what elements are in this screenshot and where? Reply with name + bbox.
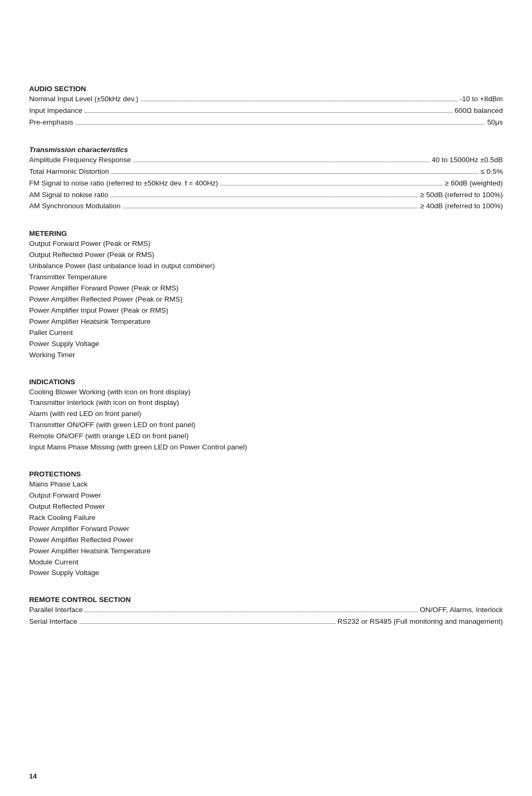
spec-dots xyxy=(111,173,478,174)
spec-label: Serial Interface xyxy=(29,616,77,627)
list-item: Mains Phase Lack xyxy=(29,479,503,490)
spec-am-sync-mod: AM Synchronous Modulation ≥ 40dB (referr… xyxy=(29,201,503,212)
list-item: Working Timer xyxy=(29,350,503,361)
spec-label: AM Synchronous Modulation xyxy=(29,201,121,212)
spec-value: -10 to +8dBm xyxy=(460,94,503,105)
list-item: Module Current xyxy=(29,557,503,568)
spec-label: Pre-emphasis xyxy=(29,117,73,128)
list-item: Alarm (with red LED on front panel) xyxy=(29,409,503,420)
spec-label: Input Impedance xyxy=(29,105,83,117)
metering-section-title: METERING xyxy=(29,229,503,237)
spec-input-impedance: Input Impedance 600Ω balanced xyxy=(29,105,503,117)
list-item: Power Amplifier Heatsink Temperature xyxy=(29,546,503,557)
list-item: Power Amplifier Forward Power (Peak or R… xyxy=(29,283,503,294)
spec-dots xyxy=(75,124,485,125)
spec-dots xyxy=(123,208,418,208)
list-item: Transmitter Temperature xyxy=(29,272,503,283)
page-number: 14 xyxy=(29,772,37,780)
list-item: Output Reflected Power xyxy=(29,501,503,512)
spec-value: ≥ 40dB (referred to 100%) xyxy=(420,201,503,212)
spec-dots xyxy=(85,112,453,113)
spec-dots xyxy=(85,612,418,612)
list-item: Cooling Blower Working (with icon on fro… xyxy=(29,387,503,398)
spec-label: Nominal Input Level (±50kHz dev.) xyxy=(29,94,138,105)
list-item: Power Amplifier Heatsink Temperature xyxy=(29,316,503,328)
spec-dots xyxy=(220,185,442,185)
list-item: Transmitter ON/OFF (with green LED on fr… xyxy=(29,420,503,431)
spec-value: 40 to 15000Hz ±0.5dB xyxy=(432,155,503,166)
spec-value: ≥ 60dB (weighted) xyxy=(445,178,503,189)
list-item: Power Supply Voltage xyxy=(29,339,503,350)
spec-dots xyxy=(79,623,335,624)
spec-thd: Total Harmonic Distortion ≤ 0.5% xyxy=(29,166,503,178)
list-item: Power Amplifier Input Power (Peak or RMS… xyxy=(29,305,503,316)
spec-am-snr: AM Signal to nokise ratio ≥ 50dB (referr… xyxy=(29,190,503,201)
spec-serial-interface: Serial Interface RS232 or RS485 (Full mo… xyxy=(29,616,503,627)
spec-label: Total Harmonic Distortion xyxy=(29,166,109,178)
spec-value: 50μs xyxy=(487,117,503,128)
spec-value: RS232 or RS485 (Full monitoring and mana… xyxy=(338,616,503,627)
list-item: Power Amplifier Reflected Power (Peak or… xyxy=(29,294,503,305)
list-item: Output Forward Power xyxy=(29,490,503,501)
spec-dots xyxy=(133,162,430,162)
spec-value: ≤ 0.5% xyxy=(481,166,503,178)
spec-value: ≥ 50dB (referred to 100%) xyxy=(420,190,503,201)
spec-value: 600Ω balanced xyxy=(455,105,503,117)
list-item: Transmitter Interlock (with icon on fron… xyxy=(29,397,503,409)
transmission-section-title: Transmission characteristics xyxy=(29,146,503,154)
spec-label: AM Signal to nokise ratio xyxy=(29,190,108,201)
list-item: Input Mains Phase Missing (with green LE… xyxy=(29,442,503,453)
list-item: Power Amplifier Forward Power xyxy=(29,524,503,535)
list-item: Output Reflected Power (Peak or RMS) xyxy=(29,250,503,261)
spec-value: ON/OFF, Alarms, Interlock xyxy=(420,605,503,616)
spec-dots xyxy=(140,101,458,101)
spec-label: FM Signal to noise ratio (referred to ±5… xyxy=(29,178,218,189)
spec-label: Parallel Interface xyxy=(29,605,83,616)
list-item: Rack Cooling Failure xyxy=(29,512,503,524)
list-item: Power Amplifier Reflected Power xyxy=(29,535,503,546)
spec-amplitude-freq: Amplitude Frequency Response 40 to 15000… xyxy=(29,155,503,166)
remote-control-section-title: REMOTE CONTROL SECTION xyxy=(29,596,503,604)
spec-label: Amplitude Frequency Response xyxy=(29,155,131,166)
list-item: Unbalance Power (last unbalance load in … xyxy=(29,261,503,272)
protections-section-title: PROTECTIONS xyxy=(29,470,503,478)
spec-parallel-interface: Parallel Interface ON/OFF, Alarms, Inter… xyxy=(29,605,503,616)
list-item: Pallet Current xyxy=(29,328,503,339)
list-item: Remote ON/OFF (with orange LED on front … xyxy=(29,431,503,442)
spec-nominal-input: Nominal Input Level (±50kHz dev.) -10 to… xyxy=(29,94,503,105)
audio-section-title: AUDIO SECTION xyxy=(29,85,503,93)
spec-pre-emphasis: Pre-emphasis 50μs xyxy=(29,117,503,128)
list-item: Output Forward Power (Peak or RMS) xyxy=(29,238,503,250)
indications-section-title: INDICATIONS xyxy=(29,378,503,386)
spec-fm-snr: FM Signal to noise ratio (referred to ±5… xyxy=(29,178,503,189)
page: AUDIO SECTION Nominal Input Level (±50kH… xyxy=(0,0,532,796)
spec-dots xyxy=(110,197,418,197)
list-item: Power Supply Voltage xyxy=(29,568,503,579)
